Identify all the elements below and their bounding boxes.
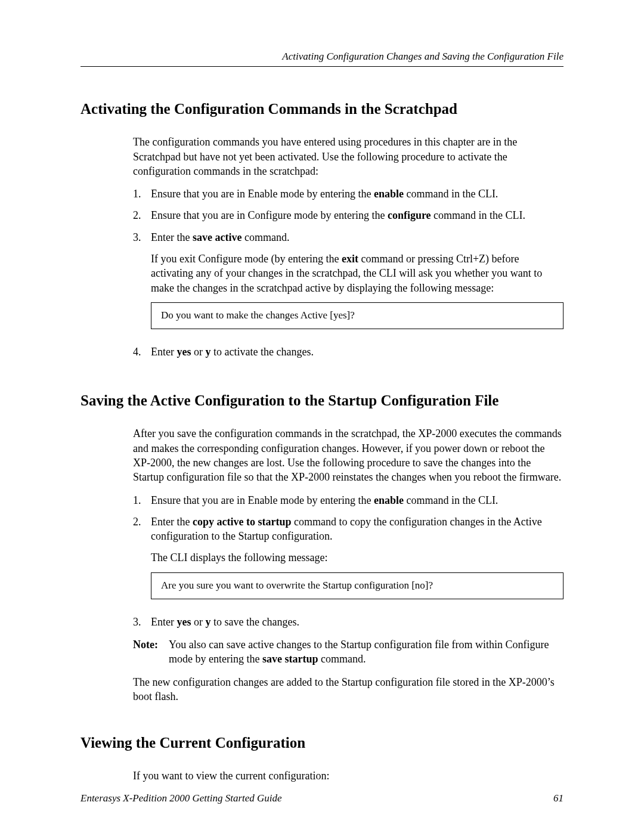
section1-step1: 1. Ensure that you are in Enable mode by… <box>133 187 564 201</box>
footer-page-number: 61 <box>553 792 564 804</box>
section2-intro: After you save the configuration command… <box>133 426 564 484</box>
section2-outro: The new configuration changes are added … <box>133 675 564 704</box>
step-text: to save the changes. <box>210 616 299 628</box>
step-text: command in the CLI. <box>431 209 525 221</box>
heading-saving-startup: Saving the Active Configuration to the S… <box>80 391 564 410</box>
step-number: 3. <box>133 615 151 629</box>
section2-body: After you save the configuration command… <box>133 426 564 704</box>
section2-step3: 3. Enter yes or y to save the changes. <box>133 615 564 629</box>
step-text: Enter the <box>151 516 193 528</box>
running-header: Activating Configuration Changes and Sav… <box>80 51 564 67</box>
section3-intro: If you want to view the current configur… <box>133 769 564 783</box>
cmd-enable: enable <box>374 188 404 200</box>
section1-body: The configuration commands you have ente… <box>133 135 564 359</box>
step-text: If you exit Configure mode (by entering … <box>151 253 342 265</box>
step-number: 1. <box>133 187 151 201</box>
heading-activating-scratchpad: Activating the Configuration Commands in… <box>80 100 564 118</box>
page-footer: Enterasys X-Pedition 2000 Getting Starte… <box>80 792 564 804</box>
section1-intro: The configuration commands you have ente… <box>133 135 564 178</box>
section1-steps: 1. Ensure that you are in Enable mode by… <box>133 187 564 359</box>
step-text: Enter the <box>151 231 193 243</box>
cmd-save-startup: save startup <box>262 653 318 665</box>
heading-viewing-config: Viewing the Current Configuration <box>80 733 564 752</box>
step-text: command in the CLI. <box>404 188 498 200</box>
section2-step2: 2. Enter the copy active to startup comm… <box>133 515 564 608</box>
step-text: The CLI displays the following message: <box>151 550 564 565</box>
step-number: 3. <box>133 230 151 337</box>
footer-book-title: Enterasys X-Pedition 2000 Getting Starte… <box>80 792 282 804</box>
section2-steps: 1. Ensure that you are in Enable mode by… <box>133 493 564 629</box>
cmd-configure: configure <box>388 209 431 221</box>
step-number: 1. <box>133 493 151 507</box>
section2-step1: 1. Ensure that you are in Enable mode by… <box>133 493 564 507</box>
step-text: Ensure that you are in Configure mode by… <box>151 209 388 221</box>
note: Note: You also can save active changes t… <box>133 637 564 667</box>
step-number: 2. <box>133 515 151 608</box>
step-text: or <box>191 616 205 628</box>
cmd-yes: yes <box>177 616 191 628</box>
step-text: Enter <box>151 616 177 628</box>
cmd-save-active: save active <box>193 231 242 243</box>
cmd-copy-active-to-startup: copy active to startup <box>193 516 291 528</box>
step-text: to activate the changes. <box>210 346 313 358</box>
step-text: command. <box>242 231 289 243</box>
section3-body: If you want to view the current configur… <box>133 769 564 783</box>
page: Activating Configuration Changes and Sav… <box>0 0 644 833</box>
cmd-yes: yes <box>177 346 191 358</box>
cli-message-box: Are you sure you want to overwrite the S… <box>151 572 564 599</box>
step-text: or <box>191 346 205 358</box>
section1-step4: 4. Enter yes or y to activate the change… <box>133 345 564 359</box>
note-text: command. <box>318 653 366 665</box>
step-text: Enter <box>151 346 177 358</box>
step-text: Ensure that you are in Enable mode by en… <box>151 494 374 506</box>
step-number: 2. <box>133 208 151 222</box>
section1-step2: 2. Ensure that you are in Configure mode… <box>133 208 564 222</box>
cmd-exit: exit <box>342 253 358 265</box>
note-label: Note: <box>133 637 169 667</box>
section1-step3: 3. Enter the save active command. If you… <box>133 230 564 337</box>
step-text: Ensure that you are in Enable mode by en… <box>151 188 374 200</box>
cli-message-box: Do you want to make the changes Active [… <box>151 302 564 329</box>
cmd-enable: enable <box>374 494 404 506</box>
step-number: 4. <box>133 345 151 359</box>
step-text: command in the CLI. <box>404 494 498 506</box>
